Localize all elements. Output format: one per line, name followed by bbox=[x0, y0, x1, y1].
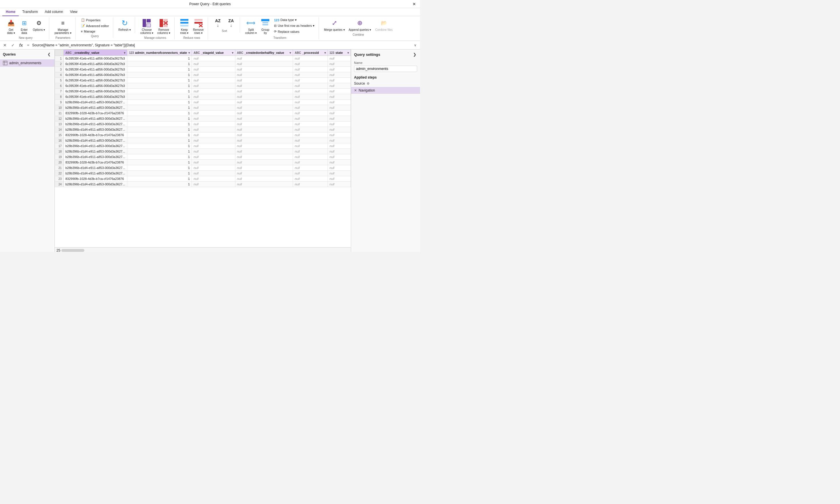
col-header-createdby-value[interactable]: ABC _createdby_value ▾ bbox=[64, 50, 127, 56]
choose-columns-button[interactable]: Choosecolumns ▾ bbox=[139, 17, 155, 36]
sort-az-button[interactable]: AZ↓ bbox=[211, 17, 224, 29]
col-header-createdonbehalf[interactable]: ABC _createdonbehalfby_value ▾ bbox=[235, 50, 293, 56]
cell-state: null bbox=[328, 100, 351, 105]
remove-rows-button[interactable]: Removerows ▾ bbox=[191, 17, 205, 36]
split-column-button[interactable]: ⟺ Splitcolumn ▾ bbox=[243, 17, 258, 36]
col-filter-connectors[interactable]: ▾ bbox=[188, 51, 190, 54]
options-button[interactable]: ⚙ Options ▾ bbox=[31, 17, 47, 33]
main-layout: Queries ❮ admin_environments bbox=[0, 50, 420, 252]
svg-rect-11 bbox=[194, 22, 203, 23]
data-grid[interactable]: ABC _createdby_value ▾ 123 admin_numbero… bbox=[55, 50, 351, 247]
cell-processid: null bbox=[293, 56, 328, 61]
col-header-connectors-state[interactable]: 123 admin_numberofconnectors_state ▾ bbox=[127, 50, 192, 56]
cell-stageid_value: null bbox=[192, 56, 235, 61]
cell-createdby_value: b28b396b-d1d4-e911-a853-000d3a3627... bbox=[64, 165, 127, 171]
col-filter-createdon[interactable]: ▾ bbox=[290, 51, 291, 54]
replace-values-button[interactable]: ⟳ Replace values bbox=[272, 29, 316, 34]
cell-admin_numberofconnectors_state: 1 bbox=[127, 94, 192, 100]
group-by-button[interactable]: Groupby bbox=[259, 17, 272, 36]
get-data-icon: 📥 bbox=[6, 18, 16, 28]
manage-columns-label: Manage columns bbox=[144, 36, 166, 39]
ribbon-content: 📥 Getdata ▾ ⊞ Enterdata ⚙ Options ▾ New … bbox=[0, 16, 420, 40]
close-button[interactable]: ✕ bbox=[408, 0, 420, 8]
table-row: 15832990fb-1028-4d3b-b7ca-cf1476a238761n… bbox=[55, 132, 351, 138]
col-header-state[interactable]: 123 state ▾ bbox=[328, 50, 351, 56]
queries-collapse-button[interactable]: ❮ bbox=[46, 52, 52, 57]
cell-stageid_value: null bbox=[192, 100, 235, 105]
manage-button[interactable]: ≡ Manage bbox=[79, 29, 111, 34]
cell-createdby_value: b28b396b-d1d4-e911-a853-000d3a3627... bbox=[64, 154, 127, 160]
use-first-row-button[interactable]: ⊟ Use first row as headers ▾ bbox=[272, 23, 316, 29]
table-row: 9b28b396b-d1d4-e911-a853-000d3a3627...1n… bbox=[55, 100, 351, 105]
combine-files-button[interactable]: 📂 Combine files bbox=[373, 17, 395, 33]
advanced-editor-button[interactable]: 📝 Advanced editor bbox=[79, 23, 111, 29]
formula-fx-button[interactable]: fx bbox=[18, 42, 24, 48]
cell-processid: null bbox=[293, 100, 328, 105]
cell-state: null bbox=[328, 149, 351, 154]
tab-home[interactable]: Home bbox=[2, 8, 19, 16]
merge-queries-button[interactable]: ⤢ Merge queries ▾ bbox=[322, 17, 347, 33]
data-type-button[interactable]: 123 Data type ▾ bbox=[272, 17, 316, 23]
step-delete-icon[interactable]: ✕ bbox=[354, 88, 357, 92]
cell-createdby_value: 6c39539f-41eb-e911-a856-000d3a3627b3 bbox=[64, 61, 127, 67]
properties-button[interactable]: 📋 Properties bbox=[79, 17, 111, 23]
settings-expand-button[interactable]: ❯ bbox=[412, 52, 417, 57]
get-data-button[interactable]: 📥 Getdata ▾ bbox=[5, 17, 17, 36]
col-filter-processid[interactable]: ▾ bbox=[325, 51, 326, 54]
table-row: 66c39539f-41eb-e911-a856-000d3a3627b31nu… bbox=[55, 83, 351, 89]
col-header-processid[interactable]: ABC _processid ▾ bbox=[293, 50, 328, 56]
sort-za-icon: ZA↓ bbox=[226, 18, 235, 28]
replace-values-icon: ⟳ bbox=[274, 30, 277, 33]
tab-view[interactable]: View bbox=[67, 8, 81, 16]
table-row: 21b28b396b-d1d4-e911-a853-000d3a3627...1… bbox=[55, 165, 351, 171]
tab-transform[interactable]: Transform bbox=[19, 8, 41, 16]
table-row: 36c39539f-41eb-e911-a856-000d3a3627b31nu… bbox=[55, 67, 351, 72]
enter-data-button[interactable]: ⊞ Enterdata bbox=[18, 17, 31, 36]
refresh-button[interactable]: ↻ Refresh ▾ bbox=[117, 17, 133, 33]
col-header-stageid-value[interactable]: ABC _stageid_value ▾ bbox=[192, 50, 235, 56]
append-queries-button[interactable]: ⊕ Append queries ▾ bbox=[347, 17, 373, 33]
cell-admin_numberofconnectors_state: 1 bbox=[127, 182, 192, 187]
formula-expand-button[interactable]: ∨ bbox=[412, 42, 418, 48]
append-queries-icon: ⊕ bbox=[355, 18, 364, 28]
cell-state: null bbox=[328, 56, 351, 61]
cell-stageid_value: null bbox=[192, 143, 235, 149]
footer-row-num: 25 bbox=[56, 248, 60, 252]
cell-stageid_value: null bbox=[192, 132, 235, 138]
step-source[interactable]: Source ⚙ bbox=[351, 80, 420, 87]
row-number: 10 bbox=[55, 105, 64, 110]
cell-state: null bbox=[328, 61, 351, 67]
cell-createdby_value: 832990fb-1028-4d3b-b7ca-cf1476a23876 bbox=[64, 176, 127, 182]
remove-columns-button[interactable]: Removecolumns ▾ bbox=[156, 17, 172, 36]
cell-createdonbehalfby_value: null bbox=[235, 116, 293, 122]
keep-rows-button[interactable]: Keeprows ▾ bbox=[178, 17, 191, 36]
sort-za-button[interactable]: ZA↓ bbox=[225, 17, 238, 29]
formula-confirm-button[interactable]: ✓ bbox=[10, 42, 16, 48]
query-name-input[interactable] bbox=[354, 66, 417, 72]
cell-processid: null bbox=[293, 165, 328, 171]
step-navigation[interactable]: ✕ Navigation bbox=[351, 87, 420, 94]
horizontal-scrollbar[interactable] bbox=[62, 249, 84, 252]
col-type-icon-createdby: ABC bbox=[65, 51, 72, 54]
query-label: Query bbox=[91, 35, 99, 38]
manage-parameters-button[interactable]: ≡ Manageparameters ▾ bbox=[53, 17, 73, 36]
col-filter-stageid[interactable]: ▾ bbox=[232, 51, 233, 54]
row-num-header bbox=[55, 50, 64, 56]
cell-admin_numberofconnectors_state: 1 bbox=[127, 56, 192, 61]
col-filter-state[interactable]: ▾ bbox=[347, 51, 349, 54]
cell-admin_numberofconnectors_state: 1 bbox=[127, 143, 192, 149]
query-item-admin-environments[interactable]: admin_environments bbox=[0, 59, 54, 67]
table-row: 26c39539f-41eb-e911-a856-000d3a3627b31nu… bbox=[55, 61, 351, 67]
cell-createdby_value: 6c39539f-41eb-e911-a856-000d3a3627b3 bbox=[64, 83, 127, 89]
svg-rect-1 bbox=[146, 19, 151, 22]
formula-input[interactable] bbox=[32, 43, 410, 47]
formula-bar: ✕ ✓ fx = ∨ bbox=[0, 41, 420, 50]
cell-createdby_value: 6c39539f-41eb-e911-a856-000d3a3627b3 bbox=[64, 89, 127, 94]
cell-createdby_value: b28b396b-d1d4-e911-a853-000d3a3627... bbox=[64, 122, 127, 127]
tab-add-column[interactable]: Add column bbox=[41, 8, 67, 16]
col-filter-createdby[interactable]: ▾ bbox=[124, 51, 125, 54]
step-source-gear-icon[interactable]: ⚙ bbox=[367, 82, 370, 86]
sort-label: Sort bbox=[222, 29, 227, 33]
formula-cancel-button[interactable]: ✕ bbox=[2, 42, 8, 48]
cell-state: null bbox=[328, 160, 351, 165]
